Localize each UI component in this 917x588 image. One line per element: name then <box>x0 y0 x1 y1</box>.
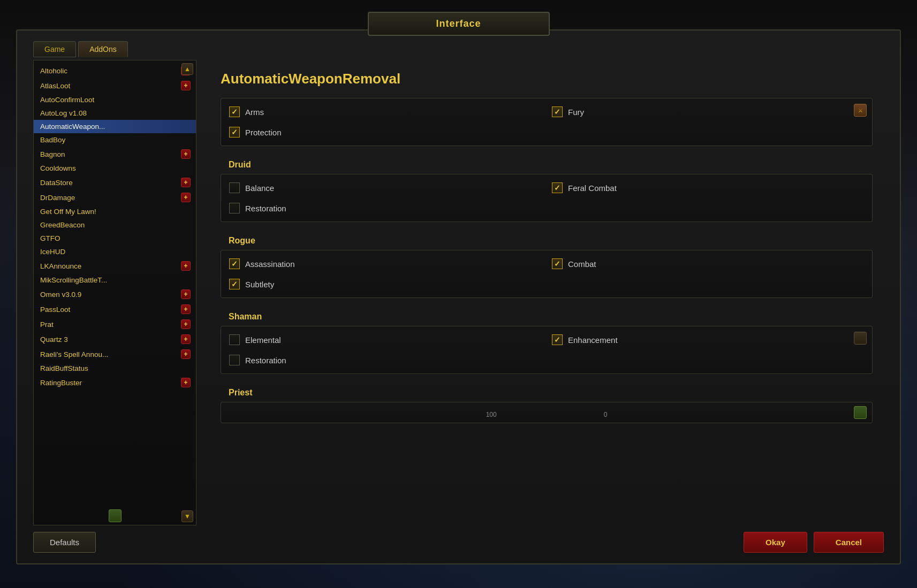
addon-badge-icon[interactable]: + <box>181 378 191 387</box>
addon-list-item[interactable]: Quartz 3+ <box>34 332 196 347</box>
checkbox-fury[interactable]: ✓ <box>552 106 563 117</box>
okay-button[interactable]: Okay <box>744 532 807 553</box>
rogue-header: Rogue <box>221 232 873 250</box>
addon-list-item[interactable]: LKAnnounce+ <box>34 258 196 273</box>
addon-badge-icon[interactable]: + <box>181 81 191 90</box>
addon-item-name: PassLoot <box>40 306 181 314</box>
spec-label-elemental: Elemental <box>245 335 281 345</box>
addon-list-item[interactable]: AutomaticWeapon... <box>34 120 196 133</box>
addon-list-item[interactable]: GTFO <box>34 232 196 245</box>
defaults-button[interactable]: Defaults <box>33 532 96 553</box>
spec-option-assassination[interactable]: ✓ Assassination <box>229 256 541 272</box>
tab-game[interactable]: Game <box>33 41 76 57</box>
addon-list-item[interactable]: AutoConfirmLoot <box>34 93 196 106</box>
checkbox-subtlety[interactable]: ✓ <box>229 279 240 289</box>
spec-label-shaman-restoration: Restoration <box>245 356 286 365</box>
addon-item-name: Omen v3.0.9 <box>40 291 181 299</box>
addon-item-name: Quartz 3 <box>40 335 181 343</box>
spec-option-balance[interactable]: Balance <box>229 180 541 196</box>
checkmark-enhancement: ✓ <box>554 335 560 344</box>
addon-list-item[interactable]: Omen v3.0.9+ <box>34 287 196 302</box>
addon-list-item[interactable]: GreedBeacon <box>34 218 196 232</box>
addon-list-item[interactable]: Prat+ <box>34 317 196 332</box>
spec-option-shaman-restoration[interactable]: Restoration <box>229 352 541 368</box>
checkbox-assassination[interactable]: ✓ <box>229 258 240 269</box>
addon-list-item[interactable]: PassLoot+ <box>34 302 196 317</box>
checkbox-shaman-restoration[interactable] <box>229 355 240 365</box>
spec-option-enhancement[interactable]: ✓ Enhancement <box>552 332 864 348</box>
spec-option-combat[interactable]: ✓ Combat <box>552 256 864 272</box>
addon-item-name: Bagnon <box>40 150 181 158</box>
spec-label-subtlety: Subtlety <box>245 280 274 289</box>
addon-badge-icon[interactable]: + <box>181 178 191 187</box>
cancel-button[interactable]: Cancel <box>814 532 884 553</box>
priest-progress-right: 0 <box>604 411 608 418</box>
priest-icon-button[interactable] <box>854 406 867 419</box>
addon-list-item[interactable]: AtlasLoot+ <box>34 78 196 93</box>
addon-list-item[interactable]: IceHUD <box>34 245 196 258</box>
addon-list-item[interactable]: RatingBuster+ <box>34 375 196 390</box>
spec-section-shaman: Elemental ✓ Enhancement Restoration <box>221 326 873 374</box>
addon-list-item[interactable]: DataStore+ <box>34 175 196 190</box>
addon-item-name: Cooldowns <box>40 164 191 172</box>
checkbox-balance[interactable] <box>229 182 240 193</box>
spec-label-feral-combat: Feral Combat <box>568 184 617 193</box>
priest-progress-labels: 100 0 <box>486 411 608 418</box>
addon-list-item[interactable]: Altoholic+ <box>34 63 196 78</box>
scroll-up-button[interactable]: ▲ <box>181 63 193 75</box>
checkbox-elemental[interactable] <box>229 334 240 345</box>
spec-option-druid-restoration[interactable]: Restoration <box>229 200 541 216</box>
spec-option-fury[interactable]: ✓ Fury <box>552 104 864 120</box>
spec-label-arms: Arms <box>245 108 264 117</box>
checkmark-combat: ✓ <box>554 259 560 268</box>
checkbox-arms[interactable]: ✓ <box>229 106 240 117</box>
checkbox-combat[interactable]: ✓ <box>552 258 563 269</box>
spec-label-balance: Balance <box>245 184 274 193</box>
spec-section-warrior: ✓ Arms ✓ Fury ✓ Protection ⚔ <box>221 98 873 146</box>
addon-list-item[interactable]: MikScrollingBattleT... <box>34 273 196 287</box>
addon-badge-icon[interactable]: + <box>181 304 191 314</box>
addon-list-item[interactable]: Raeli's Spell Annou...+ <box>34 347 196 362</box>
tab-addons[interactable]: AddOns <box>78 41 128 57</box>
addon-list-item[interactable]: BadBoy <box>34 133 196 147</box>
addon-list-item[interactable]: AutoLog v1.08 <box>34 106 196 120</box>
addon-badge-icon[interactable]: + <box>181 319 191 329</box>
checkbox-enhancement[interactable]: ✓ <box>552 334 563 345</box>
checkbox-warrior-protection[interactable]: ✓ <box>229 127 240 138</box>
addon-list-item[interactable]: Bagnon+ <box>34 147 196 162</box>
addon-item-name: Get Off My Lawn! <box>40 208 191 216</box>
tabs-area: Game AddOns <box>33 41 128 57</box>
addon-badge-icon[interactable]: + <box>181 261 191 271</box>
addon-badge-icon[interactable]: + <box>181 334 191 344</box>
addon-badge-icon[interactable]: + <box>181 349 191 359</box>
addon-list-item[interactable]: Get Off My Lawn! <box>34 205 196 218</box>
shaman-icon-button[interactable] <box>854 332 867 345</box>
spec-option-subtlety[interactable]: ✓ Subtlety <box>229 276 541 292</box>
checkbox-druid-restoration[interactable] <box>229 203 240 213</box>
spec-label-combat: Combat <box>568 259 596 269</box>
checkmark-fury: ✓ <box>554 108 560 116</box>
addon-settings-panel: AutomaticWeaponRemoval ✓ Arms ✓ Fury ✓ P… <box>207 60 886 525</box>
spec-option-arms[interactable]: ✓ Arms <box>229 104 541 120</box>
spec-label-druid-restoration: Restoration <box>245 204 286 213</box>
addon-badge-icon[interactable]: + <box>181 193 191 202</box>
addon-list-item[interactable]: Cooldowns <box>34 162 196 175</box>
addon-list-item[interactable]: DrDamage+ <box>34 190 196 205</box>
checkmark-feral-combat: ✓ <box>554 184 560 192</box>
checkmark-assassination: ✓ <box>231 259 238 268</box>
scroll-down-button[interactable]: ▼ <box>181 510 193 522</box>
addon-list-bottom-icon[interactable] <box>109 509 122 522</box>
addon-item-name: GTFO <box>40 234 191 242</box>
addon-item-name: BadBoy <box>40 136 191 144</box>
spec-option-elemental[interactable]: Elemental <box>229 332 541 348</box>
checkbox-feral-combat[interactable]: ✓ <box>552 182 563 193</box>
addon-list-item[interactable]: RaidBuffStatus <box>34 362 196 375</box>
spec-option-warrior-protection[interactable]: ✓ Protection <box>229 124 541 140</box>
warrior-icon-button[interactable]: ⚔ <box>854 104 867 117</box>
spec-label-warrior-protection: Protection <box>245 128 282 137</box>
dialog-title: Interface <box>436 18 481 29</box>
addon-badge-icon[interactable]: + <box>181 289 191 299</box>
spec-option-feral-combat[interactable]: ✓ Feral Combat <box>552 180 864 196</box>
addon-item-name: Raeli's Spell Annou... <box>40 350 181 358</box>
addon-badge-icon[interactable]: + <box>181 149 191 159</box>
